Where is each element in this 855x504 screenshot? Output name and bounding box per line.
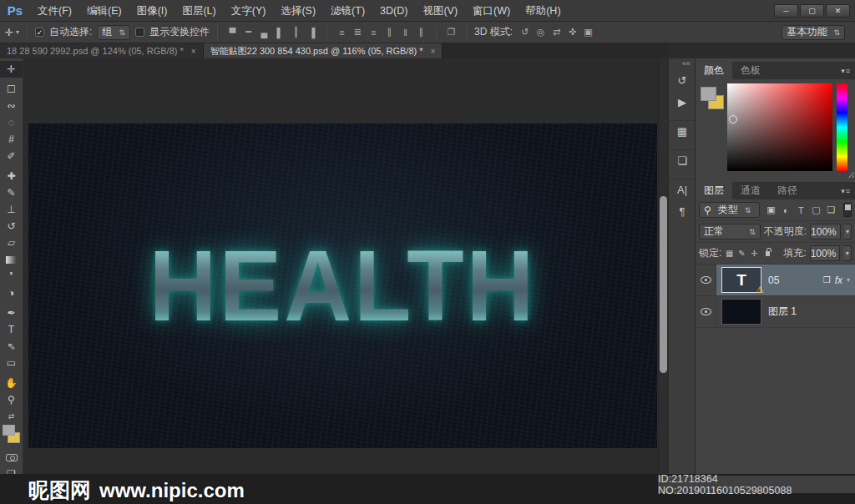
layer-filter-toggle[interactable] (843, 203, 852, 217)
paragraph-panel-icon[interactable]: ¶ (669, 200, 696, 222)
distribute-top-edges-icon[interactable]: ≡ (335, 25, 349, 40)
menu-layer[interactable]: 图层(L) (175, 0, 223, 22)
layer-row-image[interactable]: 图层 1 (696, 296, 855, 328)
lock-transparent-pixels-icon[interactable]: ▦ (725, 249, 734, 258)
layer-name[interactable]: 05 (768, 275, 779, 286)
distribute-vertical-centers-icon[interactable]: ≣ (351, 25, 365, 40)
type-tool[interactable]: T (0, 321, 23, 338)
actions-panel-icon[interactable]: ▶ (669, 91, 696, 113)
lock-all-icon[interactable] (766, 251, 771, 256)
foreground-color-swatch[interactable] (3, 425, 15, 436)
spot-healing-brush-tool[interactable]: ✚ (0, 168, 23, 184)
menu-filter[interactable]: 滤镜(T) (323, 0, 372, 22)
menu-select[interactable]: 选择(S) (273, 0, 323, 22)
foreground-color-swatch-mini[interactable] (701, 87, 716, 101)
menu-view[interactable]: 视图(V) (415, 0, 465, 22)
layer-thumbnail[interactable]: T ⚠ (721, 267, 761, 293)
tab-layers[interactable]: 图层 (696, 182, 732, 199)
tab-paths[interactable]: 路径 (769, 182, 806, 199)
close-button[interactable]: ✕ (826, 4, 850, 18)
hand-tool[interactable]: ✋ (0, 375, 23, 391)
saturation-brightness-field[interactable] (727, 83, 832, 171)
3d-zoom-icon[interactable]: ▣ (581, 25, 595, 40)
align-right-edges-icon[interactable]: ▐ (305, 25, 319, 40)
distribute-horizontal-centers-icon[interactable]: ‖ (398, 25, 412, 40)
filter-pixel-layers-icon[interactable]: ▣ (763, 202, 778, 218)
tab-color[interactable]: 颜色 (696, 62, 732, 79)
canvas-vertical-scrollbar[interactable] (658, 58, 668, 474)
document-canvas[interactable]: HEALTH (28, 123, 657, 448)
opacity-value[interactable]: 100% (810, 224, 841, 239)
lock-image-pixels-icon[interactable]: ✎ (737, 249, 746, 258)
tab-close-icon[interactable]: × (191, 47, 196, 56)
opacity-caret-icon[interactable]: ▾ (844, 224, 852, 239)
fill-value[interactable]: 100% (810, 245, 841, 261)
3d-slide-icon[interactable]: ✜ (565, 25, 579, 40)
history-brush-tool[interactable]: ↺ (0, 218, 23, 234)
menu-window[interactable]: 窗口(W) (465, 0, 518, 22)
properties-panel-icon[interactable]: ▦ (669, 120, 696, 142)
path-selection-tool[interactable]: ⇖ (0, 338, 23, 355)
panel-menu-icon[interactable]: ▾≡ (841, 67, 851, 75)
layer-effects-fx-icon[interactable]: fx (835, 275, 842, 286)
fx-caret-icon[interactable]: ▾ (847, 276, 850, 284)
align-vertical-centers-icon[interactable]: ━ (241, 25, 255, 40)
filter-smart-object-icon[interactable]: ❏ (823, 202, 838, 218)
align-left-edges-icon[interactable]: ▌ (273, 25, 287, 40)
crop-tool[interactable]: # (0, 131, 23, 148)
brush-tool[interactable]: ✎ (0, 184, 23, 201)
menu-help[interactable]: 帮助(H) (518, 0, 568, 22)
tab-swatches[interactable]: 色板 (732, 62, 769, 79)
lock-position-icon[interactable]: ✛ (750, 249, 759, 258)
align-top-edges-icon[interactable]: ▀ (225, 25, 240, 40)
color-picker-cursor[interactable] (729, 115, 737, 123)
hue-bar[interactable] (837, 83, 847, 171)
canvas-pasteboard[interactable]: HEALTH (23, 58, 658, 474)
distribute-right-edges-icon[interactable]: ∥ (414, 25, 428, 40)
tab-channels[interactable]: 通道 (732, 182, 769, 199)
shape-tool[interactable]: ▭ (0, 355, 23, 371)
quick-mask-button[interactable] (0, 449, 23, 466)
distribute-left-edges-icon[interactable]: ∥ (382, 25, 397, 40)
tab-close-icon[interactable]: × (431, 47, 436, 56)
history-panel-icon[interactable]: ↺ (669, 69, 696, 91)
blend-mode-dropdown[interactable]: 正常 ⇅ (699, 224, 761, 239)
layer-row-text[interactable]: T ⚠ 05 ❐ fx ▾ (696, 265, 855, 296)
document-tab-active[interactable]: 智能贴图22 300 854 430.psd @ 116% (05, RGB/8… (204, 43, 443, 58)
filter-type-dropdown[interactable]: ⚲ 类型 ⇅ (699, 202, 760, 218)
layer-comps-panel-icon[interactable]: ❏ (669, 149, 696, 171)
eraser-tool[interactable]: ▱ (0, 234, 23, 251)
dodge-tool[interactable]: ◑ (0, 285, 23, 301)
document-tab-inactive[interactable]: 18 28 590 2992.psd @ 124% (05, RGB/8) * … (0, 43, 204, 58)
align-horizontal-centers-icon[interactable]: ┃ (289, 25, 303, 40)
menu-3d[interactable]: 3D(D) (372, 0, 415, 22)
rectangular-marquee-tool[interactable]: ☐ (0, 81, 23, 98)
gradient-tool[interactable] (0, 251, 23, 268)
maximize-button[interactable]: ▢ (800, 4, 824, 18)
filter-shape-layers-icon[interactable]: ▢ (808, 202, 823, 218)
filter-type-layers-icon[interactable]: T (793, 202, 808, 218)
character-panel-icon[interactable]: A| (669, 179, 696, 200)
distribute-bottom-edges-icon[interactable]: ≡ (367, 25, 381, 40)
3d-drag-icon[interactable]: ⇄ (549, 25, 564, 40)
3d-roll-icon[interactable]: ◎ (534, 25, 548, 40)
auto-align-layers-button[interactable]: ❐ (444, 25, 458, 40)
eyedropper-tool[interactable]: ✐ (0, 148, 23, 164)
swap-colors-icon[interactable]: ⇄ (0, 411, 23, 421)
3d-orbit-icon[interactable]: ↺ (518, 25, 532, 40)
auto-select-dropdown[interactable]: 组 ⇅ (97, 25, 130, 40)
panel-menu-icon[interactable]: ▾≡ (841, 187, 851, 195)
pen-tool[interactable]: ✒ (0, 305, 23, 321)
menu-type[interactable]: 文字(Y) (224, 0, 274, 22)
align-bottom-edges-icon[interactable]: ▄ (257, 25, 271, 40)
move-tool[interactable]: ✛ (0, 61, 23, 78)
scrollbar-thumb[interactable] (660, 196, 667, 373)
menu-file[interactable]: 文件(F) (30, 0, 79, 22)
collapse-dock-button[interactable]: «« (669, 58, 695, 69)
menu-image[interactable]: 图像(I) (129, 0, 175, 22)
lasso-tool[interactable]: ∾ (0, 98, 23, 114)
layer-name[interactable]: 图层 1 (768, 305, 797, 319)
fill-caret-icon[interactable]: ▾ (843, 245, 852, 261)
workspace-dropdown[interactable]: 基本功能 ⇅ (782, 25, 845, 40)
blur-tool[interactable]: ❜ (0, 268, 23, 285)
